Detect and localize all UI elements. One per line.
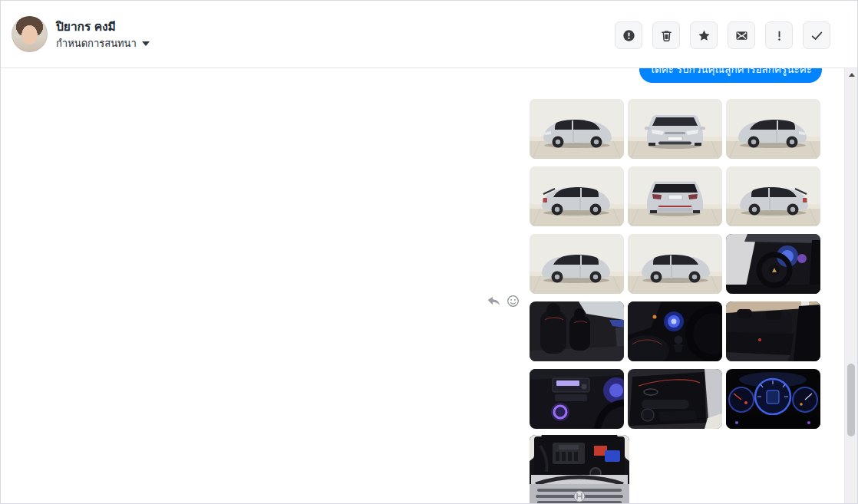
message-photo-wide — [530, 435, 629, 504]
messenger-conversation-window: ปิยากร คงมี กำหนดการสนทนา ได้ค่ะ รบกวนคุ… — [0, 0, 858, 504]
header-action-buttons — [615, 21, 830, 49]
car-photo-rear-seats[interactable] — [726, 301, 820, 361]
mail-icon — [735, 29, 748, 42]
reply-icon[interactable] — [487, 295, 501, 308]
car-photo-audio-console[interactable] — [530, 369, 624, 429]
car-photo-exterior-rear-right[interactable] — [726, 166, 820, 226]
car-photo-gearshift-console[interactable] — [628, 301, 722, 361]
car-photo-engine-bay[interactable] — [530, 435, 629, 504]
car-photo-exterior-rear[interactable] — [628, 166, 722, 226]
chevron-down-icon — [142, 41, 150, 46]
message-hover-actions — [487, 295, 520, 308]
message-photo-grid — [530, 99, 820, 429]
car-photo-exterior-side-b[interactable] — [628, 234, 722, 294]
car-photo-exterior-front-right[interactable] — [726, 99, 820, 159]
chat-scroll-area: ได้ค่ะ รบกวนคุณลูกค้ารอสักครู่นะคะ — [1, 68, 846, 504]
car-photo-instrument-cluster[interactable] — [726, 369, 820, 429]
scrollbar-thumb[interactable] — [847, 364, 855, 436]
car-photo-front-seats[interactable] — [530, 301, 624, 361]
header-star-button[interactable] — [690, 21, 718, 49]
exclamation-icon — [773, 29, 786, 42]
scrollbar-track[interactable] — [844, 68, 857, 504]
header-mail-button[interactable] — [728, 21, 755, 49]
header-trash-button[interactable] — [652, 21, 680, 49]
car-photo-dashboard-steering[interactable] — [726, 234, 820, 294]
car-photo-door-panel[interactable] — [628, 369, 722, 429]
car-photo-exterior-front[interactable] — [628, 99, 722, 159]
header-alert-circle-button[interactable] — [615, 21, 642, 49]
alert-circle-icon — [622, 29, 635, 42]
star-icon — [698, 29, 711, 42]
contact-name: ปิยากร คงมี — [56, 17, 116, 36]
header-exclamation-button[interactable] — [765, 21, 793, 49]
car-photo-exterior-front-left[interactable] — [530, 99, 624, 159]
conversation-settings-label: กำหนดการสนทนา — [56, 35, 137, 51]
scroll-up-arrow-icon[interactable] — [845, 68, 858, 81]
header-check-button[interactable] — [803, 21, 830, 49]
emoji-smile-icon[interactable] — [507, 295, 520, 308]
conversation-settings-menu[interactable]: กำหนดการสนทนา — [56, 35, 150, 51]
car-photo-exterior-rear-left[interactable] — [530, 166, 624, 226]
check-icon — [810, 29, 823, 42]
avatar — [12, 16, 48, 52]
conversation-header: ปิยากร คงมี กำหนดการสนทนา — [1, 1, 857, 68]
car-photo-exterior-side-a[interactable] — [530, 234, 624, 294]
trash-icon — [660, 29, 673, 42]
message-bubble: ได้ค่ะ รบกวนคุณลูกค้ารอสักครู่นะคะ — [639, 68, 822, 83]
